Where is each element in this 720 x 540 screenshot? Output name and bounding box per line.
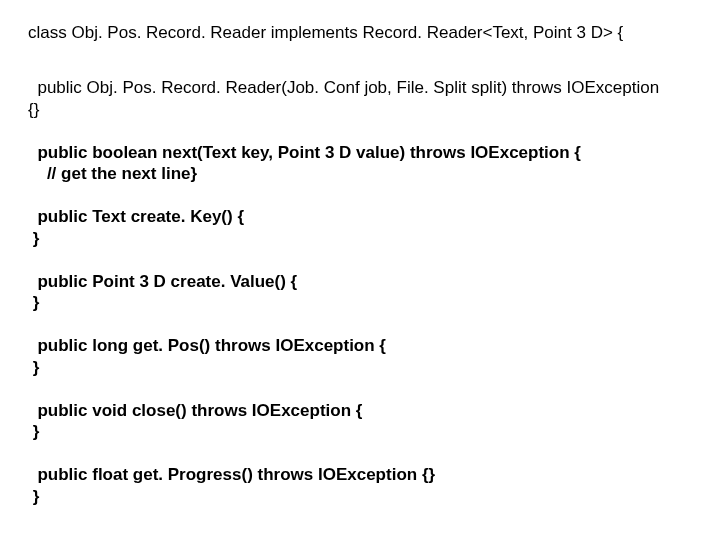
code-line: public boolean next(Text key, Point 3 D … (28, 142, 692, 163)
blank-line (28, 184, 692, 206)
code-line: public Obj. Pos. Record. Reader(Job. Con… (28, 77, 692, 98)
blank-line (28, 313, 692, 335)
code-line: public float get. Progress() throws IOEx… (28, 464, 692, 485)
code-line: // get the next line} (28, 163, 692, 184)
code-line: public Text create. Key() { (28, 206, 692, 227)
blank-line (28, 43, 692, 77)
code-line: public void close() throws IOException { (28, 400, 692, 421)
code-line: } (28, 421, 692, 442)
blank-line (28, 120, 692, 142)
blank-line (28, 249, 692, 271)
code-line: class Obj. Pos. Record. Reader implement… (28, 22, 692, 43)
code-line: } (28, 357, 692, 378)
code-line: public Point 3 D create. Value() { (28, 271, 692, 292)
blank-line (28, 442, 692, 464)
blank-line (28, 378, 692, 400)
code-line: } (28, 292, 692, 313)
code-line: } (28, 228, 692, 249)
code-slide: class Obj. Pos. Record. Reader implement… (0, 0, 720, 529)
code-line: } (28, 486, 692, 507)
code-line: {} (28, 99, 692, 120)
code-line: public long get. Pos() throws IOExceptio… (28, 335, 692, 356)
